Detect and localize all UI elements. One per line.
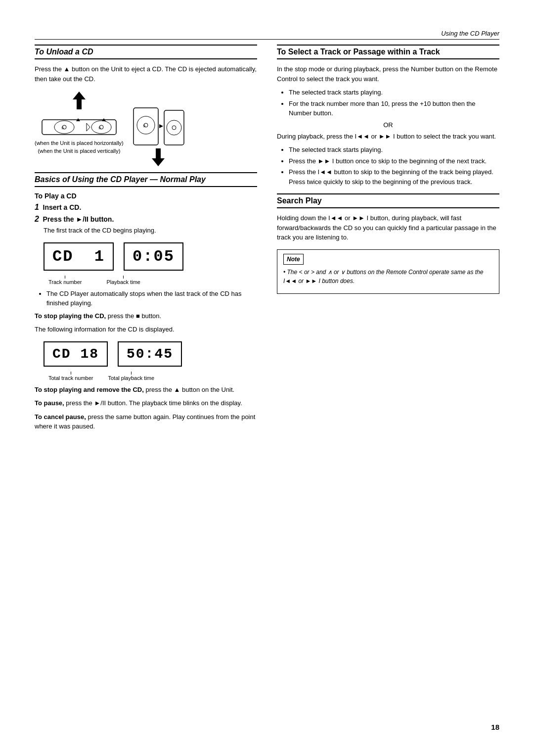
- svg-marker-5: [87, 123, 90, 131]
- cd-horizontal-label: (when the Unit is placed horizontally): [35, 140, 124, 146]
- select-track-para1: In the stop mode or during playback, pre…: [277, 64, 499, 84]
- select-track-title: To Select a Track or Passage within a Tr…: [277, 45, 499, 59]
- svg-point-18: [172, 126, 176, 130]
- step2-num: 2: [35, 215, 39, 223]
- header-text: Using the CD Player: [441, 30, 499, 37]
- display1-right: 0:05: [124, 239, 183, 272]
- select-track-para2: During playback, press the I◄◄ or ►► I b…: [277, 132, 499, 142]
- unload-para: Press the ▲ button on the Unit to eject …: [35, 64, 257, 84]
- search-play-title: Search Play: [277, 193, 499, 208]
- stop-playing-para: To stop playing the CD, press the ■ butt…: [35, 311, 257, 321]
- step2-body: The first track of the CD begins playing…: [44, 226, 257, 236]
- select-track-bullets2: The selected track starts playing. Press…: [289, 145, 499, 187]
- svg-marker-15: [159, 124, 163, 128]
- two-col-layout: To Unload a CD Press the ▲ button on the…: [35, 45, 499, 435]
- cd-illustration: S S (when the Unit is placed horizontall…: [35, 91, 257, 167]
- svg-text:S: S: [98, 126, 101, 130]
- header-right: Using the CD Player: [35, 30, 499, 40]
- cancel-pause-para: To cancel pause, press the same button a…: [35, 412, 257, 431]
- svg-text:S: S: [143, 124, 145, 128]
- left-column: To Unload a CD Press the ▲ button on the…: [35, 45, 257, 435]
- cd-vertical-group: S: [129, 105, 188, 167]
- basics-section-title: Basics of Using the CD Player — Normal P…: [35, 172, 257, 187]
- page-number: 18: [491, 723, 499, 731]
- bullet-skip-prev: Press the I◄◄ button to skip to the begi…: [289, 167, 499, 187]
- cd-vertical-label: (when the Unit is placed vertically): [38, 147, 120, 154]
- step1-label: Insert a CD.: [43, 203, 82, 211]
- cd-horizontal-group: S S (when the Unit is placed horizontall…: [35, 91, 124, 155]
- svg-point-12: [137, 116, 155, 134]
- unload-section-title: To Unload a CD: [35, 45, 257, 59]
- step2-label: Press the ►/II button.: [43, 215, 114, 223]
- display2-area: CD 18 50:45: [44, 338, 257, 368]
- select-track-bullets1: The selected track starts playing. For t…: [289, 88, 499, 118]
- bullet-selected-starts2: The selected track starts playing.: [289, 145, 499, 155]
- display2-left-box: CD 18: [44, 341, 108, 367]
- display1-right-box: 0:05: [124, 242, 183, 271]
- svg-point-2: [54, 121, 74, 134]
- svg-marker-19: [152, 148, 165, 166]
- display1-area: CD 1 0:05: [44, 239, 257, 272]
- svg-marker-0: [73, 92, 86, 109]
- svg-rect-1: [42, 120, 116, 135]
- pause-para: To pause, press the ►/II button. The pla…: [35, 398, 257, 408]
- display2-right: 50:45: [118, 338, 182, 368]
- display2-labels: Total track number Total playback time: [48, 372, 257, 381]
- display1-left-box: CD 1: [44, 242, 114, 271]
- play-cd-title: To Play a CD: [35, 192, 257, 200]
- step1-num: 1: [35, 203, 39, 211]
- stop-remove-para: To stop playing and remove the CD, press…: [35, 385, 257, 395]
- bullet-skip-next: Press the ►► I button once to skip to th…: [289, 156, 499, 166]
- bullet-selected-starts: The selected track starts playing.: [289, 88, 499, 97]
- bullet-track-more-than-10: For the track number more than 10, press…: [289, 99, 499, 118]
- svg-text:S: S: [61, 126, 64, 130]
- playback-time-label: Playback time: [106, 276, 140, 285]
- right-column: To Select a Track or Passage within a Tr…: [277, 45, 499, 435]
- note-label: Note: [283, 254, 304, 265]
- display1-labels: Track number Playback time: [48, 276, 257, 285]
- page: Using the CD Player To Unload a CD Press…: [0, 0, 534, 756]
- arrow-down-icon: [151, 147, 166, 167]
- step2-bullets: The CD Player automatically stops when t…: [46, 289, 257, 308]
- or-divider: OR: [277, 121, 499, 129]
- display2-right-box: 50:45: [118, 341, 182, 367]
- cd-player-vertical: S: [129, 105, 188, 147]
- stop-para2: The following information for the CD is …: [35, 325, 257, 334]
- track-number-label: Track number: [48, 276, 82, 285]
- step2: 2 Press the ►/II button.: [35, 215, 257, 224]
- svg-rect-16: [164, 110, 184, 145]
- step1: 1 Insert a CD.: [35, 203, 257, 212]
- note-box: Note • The < or > and ∧ or ∨ buttons on …: [277, 249, 499, 294]
- bullet-cd-stops: The CD Player automatically stops when t…: [46, 289, 257, 308]
- display1-left: CD 1: [44, 239, 114, 272]
- total-playback-label: Total playback time: [108, 372, 154, 381]
- total-track-label: Total track number: [48, 372, 93, 381]
- svg-point-17: [167, 120, 181, 135]
- display2-left: CD 18: [44, 338, 108, 368]
- svg-point-6: [91, 121, 111, 134]
- note-text: • The < or > and ∧ or ∨ buttons on the R…: [283, 268, 493, 285]
- cd-player-horizontal: S S: [40, 112, 119, 140]
- search-play-para: Holding down the I◄◄ or ►► I button, dur…: [277, 213, 499, 242]
- arrow-up-icon: [72, 91, 87, 110]
